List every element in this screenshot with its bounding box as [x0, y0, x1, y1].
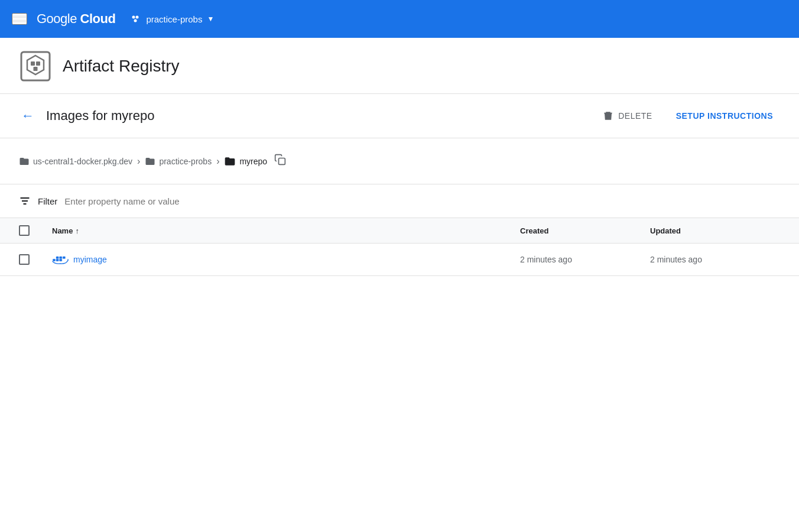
svg-rect-5: [31, 61, 35, 66]
filter-input[interactable]: [64, 196, 780, 206]
sort-ascending-icon: ↑: [75, 226, 79, 235]
project-name: practice-probs: [146, 14, 202, 24]
row-checkbox-cell: [19, 254, 52, 265]
action-bar-title: Images for myrepo: [46, 108, 586, 124]
image-link[interactable]: myimage: [52, 253, 520, 266]
copy-icon: [274, 154, 286, 166]
chevron-icon-1: ›: [137, 156, 140, 167]
column-header-updated[interactable]: Updated: [650, 225, 780, 236]
row-updated-cell: 2 minutes ago: [650, 255, 780, 264]
folder-icon-2: [145, 156, 155, 167]
column-header-created[interactable]: Created: [520, 225, 650, 236]
folder-icon: [19, 156, 30, 167]
setup-label: SETUP INSTRUCTIONS: [676, 111, 773, 121]
setup-instructions-button[interactable]: SETUP INSTRUCTIONS: [669, 106, 780, 125]
artifact-registry-icon: [19, 50, 52, 83]
row-created-cell: 2 minutes ago: [520, 255, 650, 264]
breadcrumb-row: us-central1-docker.pkg.dev › practice-pr…: [0, 138, 799, 184]
delete-label: DELETE: [618, 111, 652, 121]
svg-rect-17: [56, 257, 59, 259]
image-name: myimage: [73, 255, 107, 264]
copy-path-button[interactable]: [272, 153, 288, 170]
project-selector[interactable]: practice-probs ▼: [129, 13, 214, 25]
updated-column-label: Updated: [650, 226, 681, 235]
svg-rect-15: [56, 259, 59, 261]
breadcrumb-host[interactable]: us-central1-docker.pkg.dev: [19, 156, 132, 167]
filter-icon: [19, 195, 31, 207]
page-header: Artifact Registry: [0, 38, 799, 94]
column-header-name[interactable]: Name ↑: [52, 225, 520, 236]
page-title: Artifact Registry: [63, 57, 180, 76]
breadcrumb-host-label: us-central1-docker.pkg.dev: [33, 157, 132, 166]
filter-bar: Filter: [0, 184, 799, 218]
google-cloud-logo: Google Cloud: [37, 11, 115, 27]
svg-rect-10: [279, 158, 285, 165]
table-header: Name ↑ Created Updated: [0, 218, 799, 244]
dropdown-arrow-icon: ▼: [207, 15, 214, 23]
svg-marker-4: [27, 56, 44, 74]
topbar: Google Cloud practice-probs ▼: [0, 0, 799, 38]
svg-rect-14: [53, 259, 55, 261]
name-column-label: Name: [52, 226, 73, 235]
trash-icon: [603, 111, 613, 121]
breadcrumb-project[interactable]: practice-probs: [145, 156, 212, 167]
row-checkbox[interactable]: [19, 254, 30, 265]
delete-button[interactable]: DELETE: [596, 106, 659, 126]
svg-rect-16: [60, 259, 62, 261]
hamburger-menu[interactable]: [12, 13, 27, 25]
svg-rect-6: [36, 61, 40, 66]
chevron-icon-2: ›: [216, 156, 219, 167]
svg-rect-18: [60, 257, 62, 259]
column-header-checkbox: [19, 225, 52, 236]
created-column-label: Created: [520, 226, 548, 235]
svg-point-0: [132, 16, 135, 19]
folder-icon-active: [224, 155, 236, 167]
svg-rect-19: [63, 257, 65, 259]
breadcrumb-repo: myrepo: [224, 155, 267, 167]
back-arrow-icon: ←: [21, 108, 34, 124]
svg-rect-7: [34, 67, 38, 71]
back-button[interactable]: ←: [19, 106, 37, 126]
select-all-checkbox[interactable]: [19, 225, 30, 236]
breadcrumb-repo-label: myrepo: [239, 157, 267, 166]
row-name-cell: myimage: [52, 253, 520, 266]
action-bar: ← Images for myrepo DELETE SETUP INSTRUC…: [0, 94, 799, 138]
table-row: myimage 2 minutes ago 2 minutes ago: [0, 244, 799, 276]
breadcrumb-project-label: practice-probs: [159, 157, 212, 166]
project-icon: [129, 13, 141, 25]
svg-point-1: [136, 16, 139, 19]
images-table: Name ↑ Created Updated: [0, 218, 799, 276]
svg-point-2: [134, 20, 137, 22]
filter-label: Filter: [38, 196, 57, 206]
docker-icon: [52, 253, 69, 266]
